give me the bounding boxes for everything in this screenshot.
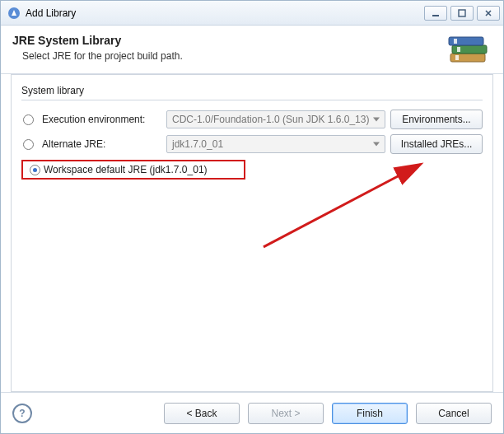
page-title: JRE System Library [12,34,183,47]
execution-environment-label: Execution environment: [42,114,161,125]
wizard-header: JRE System Library Select JRE for the pr… [1,26,503,74]
cancel-button[interactable]: Cancel [416,403,492,424]
window-title: Add Library [26,7,424,19]
next-button[interactable]: Next > [248,403,324,424]
dialog-window: Add Library JRE System Library Select JR… [0,0,504,434]
workspace-default-radio[interactable] [30,165,40,175]
help-icon: ? [19,408,25,419]
maximize-button[interactable] [450,6,474,21]
alternate-jre-row: Alternate JRE: jdk1.7.0_01 Installed JRE… [21,133,483,155]
help-button[interactable]: ? [12,404,32,423]
svg-rect-6 [454,39,457,44]
alternate-jre-radio[interactable] [23,139,34,150]
wizard-footer: ? < Back Next > Finish Cancel [1,392,503,433]
environments-button[interactable]: Environments... [390,110,483,129]
svg-rect-8 [455,55,459,60]
window-buttons [424,6,500,21]
group-title: System library [21,85,483,96]
execution-environment-row: Execution environment: CDC-1.0/Foundatio… [21,109,483,130]
titlebar: Add Library [1,1,503,26]
group-separator [21,100,483,100]
svg-rect-7 [457,47,460,52]
content-area: System library Execution environment: CD… [11,74,493,392]
chevron-down-icon [373,142,380,147]
execution-environment-combo[interactable]: CDC-1.0/Foundation-1.0 (Sun JDK 1.6.0_13… [166,110,385,128]
system-library-group: System library Execution environment: CD… [21,85,483,180]
chevron-down-icon [373,118,380,122]
svg-rect-2 [459,10,465,16]
minimize-button[interactable] [424,6,447,21]
alternate-jre-value: jdk1.7.0_01 [172,138,223,150]
workspace-default-label: Workspace default JRE (jdk1.7.0_01) [44,164,208,175]
page-subtitle: Select JRE for the project build path. [22,50,183,62]
close-button[interactable] [477,6,500,21]
back-button[interactable]: < Back [164,403,240,424]
app-icon [7,7,21,20]
alternate-jre-label: Alternate JRE: [42,138,161,150]
installed-jres-button[interactable]: Installed JREs... [390,134,483,154]
execution-environment-value: CDC-1.0/Foundation-1.0 (Sun JDK 1.6.0_13… [172,114,369,125]
workspace-default-row: Workspace default JRE (jdk1.7.0_01) [21,160,245,180]
library-books-icon [447,30,492,72]
execution-environment-radio[interactable] [23,114,34,125]
finish-button[interactable]: Finish [332,403,408,424]
svg-rect-1 [432,15,439,16]
alternate-jre-combo[interactable]: jdk1.7.0_01 [166,135,385,153]
